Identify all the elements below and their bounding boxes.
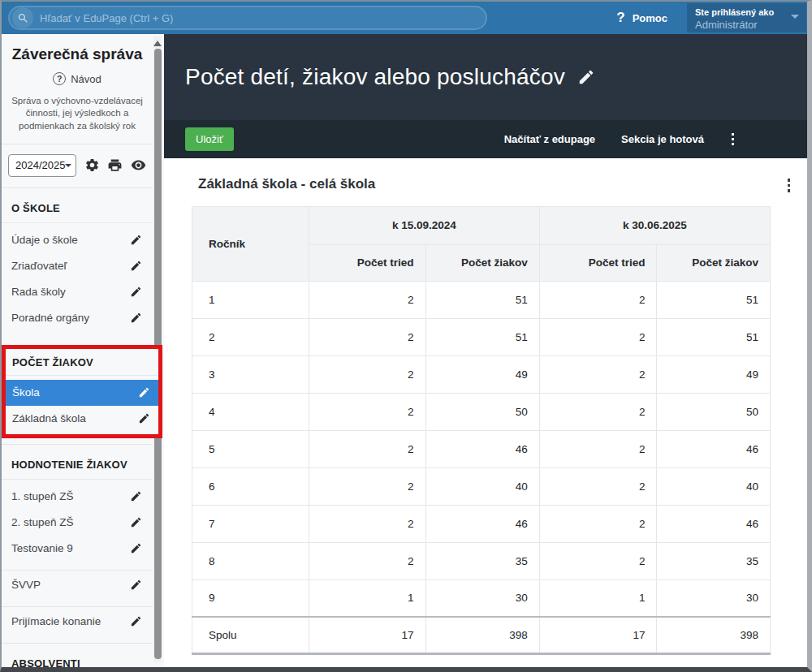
row-label: 4 — [192, 393, 309, 430]
row-label: 7 — [192, 505, 309, 542]
edit-pencil-icon[interactable] — [130, 260, 142, 272]
column-group-header-0: k 15.09.2024 — [309, 206, 539, 244]
table-cell: 51 — [425, 318, 539, 355]
table-cell: 1 — [539, 579, 657, 617]
column-header-rocnik: Ročník — [192, 206, 309, 281]
sidebar-item-vvp[interactable]: ŠVVP — [2, 572, 153, 598]
table-row: 3249249 — [192, 355, 771, 393]
sidebar: Záverečná správa ? Návod Správa o výchov… — [2, 34, 164, 667]
table-cell: 30 — [425, 579, 539, 617]
edit-pencil-icon[interactable] — [130, 490, 142, 502]
table-row: 6240240 — [192, 467, 771, 505]
school-year-select[interactable]: 2024/2025 — [8, 154, 76, 177]
edit-pencil-icon[interactable] — [130, 516, 142, 528]
table-cell: 30 — [657, 579, 771, 617]
edit-pencil-icon[interactable] — [130, 579, 142, 591]
eye-icon[interactable] — [131, 157, 146, 173]
sidebar-help-link[interactable]: ? Návod — [2, 72, 153, 85]
table-row: 4250250 — [192, 393, 771, 430]
toolbar-more-options-icon[interactable] — [730, 131, 736, 147]
edit-pencil-icon[interactable] — [138, 386, 150, 398]
sidebar-item-zria-ovate[interactable]: Zriaďovateľ — [2, 253, 153, 279]
printer-icon[interactable] — [107, 157, 123, 173]
table-row: 8235235 — [192, 542, 771, 579]
search-input[interactable] — [40, 12, 486, 24]
help-button[interactable]: ? Pomoc — [616, 10, 667, 26]
search-icon — [12, 7, 33, 28]
table-cell: 40 — [657, 467, 771, 505]
table-cell: 2 — [539, 281, 657, 318]
table-cell: 2 — [309, 467, 425, 505]
topbar: ? Pomoc Ste prihlásený ako Administrátor — [2, 2, 807, 34]
sidebar-item-daje-o-kole[interactable]: Údaje o škole — [2, 227, 153, 253]
sidebar-item-label: Zriaďovateľ — [11, 260, 67, 272]
table-cell: 49 — [425, 355, 539, 393]
sidebar-sections: O ŠKOLEÚdaje o školeZriaďovateľRada škol… — [2, 187, 153, 667]
load-from-edupage-button[interactable]: Načítať z edupage — [504, 133, 595, 145]
section-done-button[interactable]: Sekcia je hotová — [621, 133, 704, 145]
table-more-options-icon[interactable] — [786, 177, 793, 194]
table-cell: 2 — [539, 393, 657, 430]
table-cell: 2 — [539, 467, 657, 505]
search-box[interactable] — [8, 6, 487, 30]
main-panel: Počet detí, žiakov alebo poslucháčov Ulo… — [164, 34, 807, 667]
row-label: 1 — [192, 281, 309, 318]
table-cell: 398 — [425, 617, 539, 653]
edit-pencil-icon[interactable] — [130, 312, 142, 324]
sidebar-item-label: Základná škola — [12, 412, 86, 424]
table-cell: 2 — [539, 542, 657, 579]
edit-pencil-icon[interactable] — [130, 286, 142, 298]
row-label: 8 — [192, 542, 309, 579]
table-cell: 17 — [309, 617, 425, 653]
column-subheader-3: Počet žiakov — [657, 244, 771, 281]
sidebar-item-label: Údaje o škole — [11, 234, 78, 246]
table-cell: 2 — [539, 505, 657, 542]
edit-pencil-icon[interactable] — [130, 615, 142, 627]
scroll-up-arrow-icon[interactable] — [153, 37, 162, 46]
table-cell: 2 — [309, 281, 425, 318]
sidebar-item-2-stupe-z[interactable]: 2. stupeň ZŠ — [2, 510, 153, 536]
edit-pencil-icon[interactable] — [138, 412, 150, 424]
table-cell: 51 — [657, 318, 771, 355]
table-row: 1251251 — [192, 281, 771, 318]
table-row: 5246246 — [192, 430, 771, 467]
row-label: 6 — [192, 467, 309, 505]
sidebar-item-rada-koly[interactable]: Rada školy — [2, 279, 153, 305]
table-cell: 2 — [539, 355, 657, 393]
sidebar-item-poradn-org-ny[interactable]: Poradné orgány — [2, 305, 153, 331]
sidebar-item-testovanie-9[interactable]: Testovanie 9 — [2, 536, 153, 562]
table-cell: 2 — [309, 505, 425, 542]
sidebar-section: HODNOTENIE ŽIAKOV1. stupeň ZŠ2. stupeň Z… — [2, 444, 153, 570]
table-cell: 2 — [539, 430, 657, 467]
table-cell: 2 — [309, 355, 425, 393]
edit-pencil-icon[interactable] — [130, 542, 142, 554]
table-cell: 1 — [309, 579, 425, 617]
table-cell: 398 — [657, 617, 771, 653]
user-menu[interactable]: Ste prihlásený ako Administrátor — [687, 3, 806, 32]
sidebar-item-1-stupe-z[interactable]: 1. stupeň ZŠ — [2, 484, 153, 510]
table-cell: 35 — [657, 542, 771, 579]
edit-pencil-icon[interactable] — [130, 234, 142, 246]
school-year-value: 2024/2025 — [15, 159, 65, 171]
gear-icon[interactable] — [84, 157, 100, 173]
sidebar-item-label: Poradné orgány — [11, 312, 89, 324]
sidebar-item-prij-macie-konanie[interactable]: Prijímacie konanie — [2, 609, 153, 635]
help-label: Pomoc — [633, 12, 667, 24]
sidebar-section: ŠVVP — [2, 570, 153, 606]
table-cell: 50 — [657, 393, 771, 430]
sidebar-item-label: Prijímacie konanie — [11, 615, 101, 627]
question-circle-icon: ? — [53, 72, 66, 85]
table-cell: 2 — [309, 430, 425, 467]
sidebar-item-z-kladn-kola[interactable]: Základná škola — [6, 406, 158, 432]
table-cell: 46 — [657, 430, 771, 467]
save-button[interactable]: Uložiť — [185, 127, 234, 151]
sidebar-help-label: Návod — [71, 73, 102, 85]
sidebar-item-label: Rada školy — [11, 286, 66, 298]
page-title-edit-icon[interactable] — [577, 68, 595, 86]
chevron-down-icon — [65, 164, 71, 170]
sidebar-section: Prijímacie konanie — [2, 606, 153, 643]
table-total-row: Spolu1739817398 — [192, 617, 771, 653]
sidebar-item-kola[interactable]: Škola — [6, 380, 158, 406]
sidebar-section-header-hodnotenie-iakov: HODNOTENIE ŽIAKOV — [2, 446, 153, 480]
edupage-window: ? Pomoc Ste prihlásený ako Administrátor… — [0, 0, 812, 672]
